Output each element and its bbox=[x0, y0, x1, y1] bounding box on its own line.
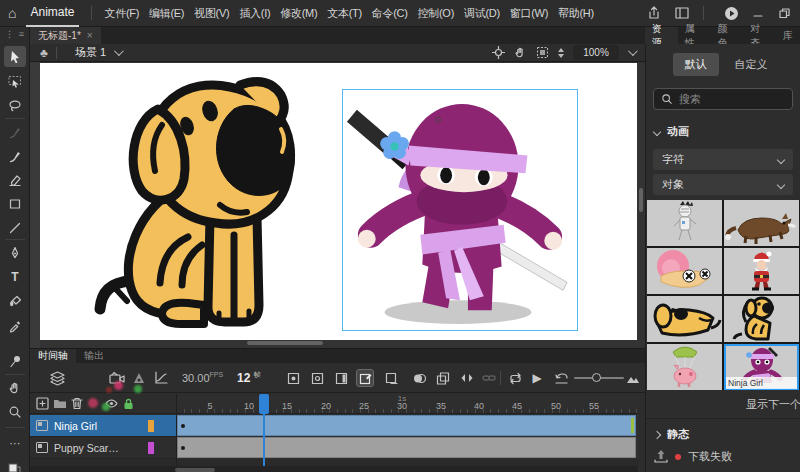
preview-play-icon[interactable] bbox=[722, 5, 740, 21]
tab-timeline[interactable]: 时间轴 bbox=[30, 349, 76, 363]
minimize-button[interactable] bbox=[750, 6, 766, 20]
loop-button[interactable] bbox=[506, 369, 524, 387]
stage[interactable] bbox=[40, 63, 637, 340]
eyedropper-tool[interactable] bbox=[4, 315, 26, 336]
ninja-selection-box[interactable] bbox=[342, 89, 578, 331]
search-input[interactable] bbox=[679, 93, 779, 105]
fluid-brush-tool[interactable] bbox=[4, 121, 26, 142]
link-layers-icon[interactable] bbox=[480, 369, 498, 387]
app-title[interactable]: Animate bbox=[26, 0, 78, 27]
hand-pan-icon[interactable] bbox=[514, 46, 527, 59]
brush-tool[interactable] bbox=[4, 145, 26, 166]
tab-assets[interactable]: 资源 bbox=[645, 27, 678, 44]
fps-display[interactable]: 30.00FPS bbox=[182, 371, 223, 384]
objects-dropdown[interactable]: 对象 bbox=[653, 174, 793, 195]
asset-thumbnail-mummy[interactable] bbox=[647, 200, 722, 246]
scene-name[interactable]: 场景 1 bbox=[75, 45, 106, 60]
zoom-level-value[interactable]: 100% bbox=[573, 45, 619, 60]
menu-modify[interactable]: 修改(M) bbox=[275, 6, 322, 21]
canvas-horizontal-scrollbar[interactable] bbox=[247, 341, 323, 345]
frame-size-icon[interactable] bbox=[624, 369, 642, 387]
selection-tool[interactable] bbox=[4, 46, 26, 67]
rectangle-tool[interactable] bbox=[4, 193, 26, 214]
pen-tool[interactable] bbox=[4, 242, 26, 263]
play-button[interactable]: ▶ bbox=[528, 369, 546, 387]
hand-tool[interactable] bbox=[4, 377, 26, 398]
clip-content-icon[interactable] bbox=[536, 46, 549, 59]
show-hide-all-icon[interactable] bbox=[103, 396, 120, 412]
menu-file[interactable]: 文件(F) bbox=[100, 6, 145, 21]
center-stage-icon[interactable] bbox=[492, 46, 505, 59]
asset-thumbnail-puppy-lying[interactable] bbox=[647, 296, 722, 342]
menu-help[interactable]: 帮助(H) bbox=[553, 6, 599, 21]
drag-dots-icon[interactable]: ⋮ bbox=[5, 29, 14, 39]
insert-keyframe-button[interactable] bbox=[284, 369, 302, 387]
layer-outline-swatch[interactable] bbox=[148, 420, 154, 432]
asset-thumbnail-santa[interactable] bbox=[724, 248, 799, 294]
delete-layer-button[interactable] bbox=[68, 396, 85, 412]
keyframe-dot[interactable] bbox=[181, 424, 185, 428]
share-icon[interactable] bbox=[645, 5, 663, 21]
asset-thumbnail-puppy-sitting[interactable] bbox=[724, 296, 799, 342]
frame-span-puppy-scared[interactable] bbox=[177, 437, 636, 458]
menu-commands[interactable]: 命令(C) bbox=[367, 6, 413, 21]
menu-text[interactable]: 文本(T) bbox=[322, 6, 367, 21]
menu-window[interactable]: 窗口(W) bbox=[505, 6, 553, 21]
subselection-tool[interactable] bbox=[4, 71, 26, 92]
text-tool[interactable]: T bbox=[4, 266, 26, 287]
zoom-stepper[interactable] bbox=[558, 48, 564, 58]
zoom-tool[interactable] bbox=[4, 401, 26, 422]
canvas-vertical-scrollbar[interactable] bbox=[639, 188, 643, 212]
menu-view[interactable]: 视图(V) bbox=[189, 6, 234, 21]
menu-debug[interactable]: 调试(D) bbox=[459, 6, 505, 21]
frame-ruler[interactable]: 1s 5 10 15 20 25 30 35 40 45 50 55 bbox=[176, 394, 638, 414]
asset-thumbnail-wolf[interactable] bbox=[724, 200, 799, 246]
add-layer-button[interactable] bbox=[34, 396, 51, 412]
keyframe-dot[interactable] bbox=[181, 446, 185, 450]
layer-row-ninja-girl[interactable]: Ninja Girl bbox=[30, 415, 176, 437]
tab-library[interactable]: 库 bbox=[776, 27, 800, 44]
asset-warp-tool[interactable] bbox=[4, 350, 26, 371]
show-next-link[interactable]: 显示下一个 bbox=[746, 397, 800, 412]
animation-section-header[interactable]: 动画 bbox=[646, 110, 800, 145]
frame-span-ninja-girl[interactable] bbox=[177, 415, 636, 436]
workspace-icon[interactable] bbox=[673, 5, 691, 21]
panel-menu-icon[interactable]: ≡ bbox=[19, 29, 24, 39]
ninja-girl-character[interactable] bbox=[343, 90, 577, 330]
onion-skin-range-button[interactable] bbox=[458, 369, 476, 387]
menu-insert[interactable]: 插入(I) bbox=[234, 6, 275, 21]
chevron-down-icon[interactable] bbox=[628, 46, 638, 56]
asset-thumbnail-ninja-girl[interactable]: Ninja Girl bbox=[724, 344, 799, 390]
graph-editor-icon[interactable] bbox=[152, 369, 170, 387]
tab-output[interactable]: 输出 bbox=[76, 349, 112, 363]
document-tab[interactable]: 无标题-1* × bbox=[30, 27, 101, 44]
tab-properties[interactable]: 属性 bbox=[678, 27, 711, 44]
onion-skin-button[interactable] bbox=[410, 369, 428, 387]
download-icon[interactable] bbox=[654, 450, 668, 463]
insert-frame-button[interactable] bbox=[332, 369, 350, 387]
current-frame-display[interactable]: 12 帧 bbox=[237, 370, 261, 385]
puppy-character[interactable] bbox=[92, 69, 304, 335]
search-box[interactable] bbox=[653, 88, 793, 110]
timeline-horizontal-scrollbar[interactable] bbox=[30, 466, 638, 472]
lasso-tool[interactable] bbox=[4, 95, 26, 116]
chevron-down-icon[interactable] bbox=[114, 46, 124, 56]
lock-all-icon[interactable] bbox=[120, 396, 137, 412]
restore-button[interactable] bbox=[776, 6, 792, 20]
tab-align[interactable]: 对齐 bbox=[743, 27, 776, 44]
asset-thumbnail-snail[interactable] bbox=[647, 248, 722, 294]
default-button[interactable]: 默认 bbox=[673, 53, 719, 76]
edit-multiple-frames-button[interactable] bbox=[434, 369, 452, 387]
menu-edit[interactable]: 编辑(E) bbox=[144, 6, 189, 21]
new-folder-button[interactable] bbox=[51, 396, 68, 412]
static-section-header[interactable]: 静态 bbox=[646, 418, 800, 442]
menu-control[interactable]: 控制(O) bbox=[413, 6, 459, 21]
scene-icon[interactable]: ♣ bbox=[40, 46, 48, 60]
scrollbar-handle[interactable] bbox=[175, 468, 215, 472]
home-icon[interactable]: ⌂ bbox=[8, 5, 16, 21]
line-tool[interactable] bbox=[4, 217, 26, 238]
paint-bucket-tool[interactable] bbox=[4, 290, 26, 311]
parent-view-icon[interactable] bbox=[130, 369, 148, 387]
layer-row-puppy-scared[interactable]: Puppy Scar… bbox=[30, 437, 176, 459]
close-icon[interactable]: × bbox=[87, 30, 93, 41]
